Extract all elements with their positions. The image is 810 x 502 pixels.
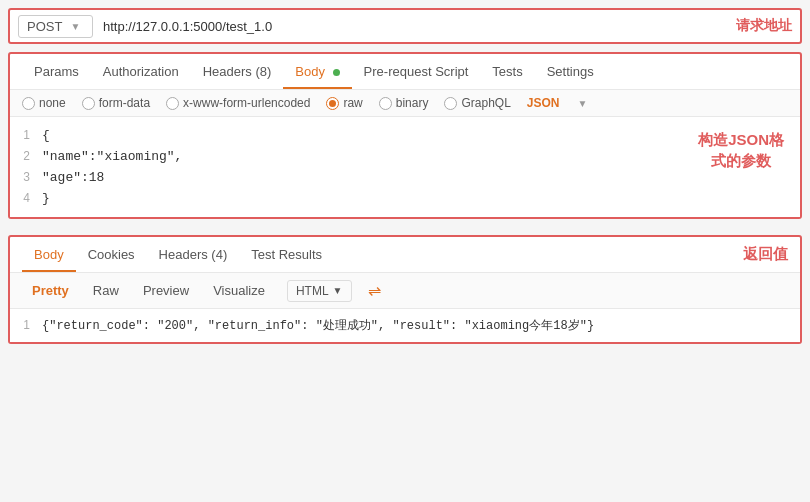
code-line-3: 3 "age":18 — [10, 167, 800, 188]
body-type-bar: none form-data x-www-form-urlencoded raw… — [10, 90, 800, 117]
response-tab-bar: Body Cookies Headers (4) Test Results 返回… — [10, 237, 800, 273]
body-type-none[interactable]: none — [22, 96, 66, 110]
line-number-2: 2 — [10, 146, 42, 166]
method-select[interactable]: POST ▼ — [18, 15, 93, 38]
json-dropdown-arrow-icon[interactable]: ▼ — [578, 98, 588, 109]
json-format-label[interactable]: JSON — [527, 96, 560, 110]
tab-body[interactable]: Body — [283, 56, 351, 89]
response-label: 返回值 — [743, 245, 788, 264]
tab-authorization[interactable]: Authorization — [91, 56, 191, 89]
method-label: POST — [27, 19, 62, 34]
code-line-4: 4 } — [10, 188, 800, 209]
format-bar: Pretty Raw Preview Visualize HTML ▼ ⇌ — [10, 273, 800, 309]
code-annotation: 构造JSON格式的参数 — [698, 129, 784, 171]
code-editor: 1 { 2 "name":"xiaoming", 3 "age":18 4 } … — [10, 117, 800, 217]
code-line-2: 2 "name":"xiaoming", — [10, 146, 800, 167]
code-line-1: 1 { — [10, 125, 800, 146]
line-number-3: 3 — [10, 167, 42, 187]
request-tab-bar: Params Authorization Headers (8) Body Pr… — [10, 54, 800, 90]
body-type-binary[interactable]: binary — [379, 96, 429, 110]
url-label: 请求地址 — [736, 17, 792, 35]
resp-line-number-1: 1 — [10, 315, 42, 335]
tab-headers[interactable]: Headers (8) — [191, 56, 284, 89]
tab-pre-request-script[interactable]: Pre-request Script — [352, 56, 481, 89]
response-section: Body Cookies Headers (4) Test Results 返回… — [8, 235, 802, 344]
format-pretty-button[interactable]: Pretty — [22, 279, 79, 302]
body-type-raw[interactable]: raw — [326, 96, 362, 110]
body-type-urlencoded[interactable]: x-www-form-urlencoded — [166, 96, 310, 110]
radio-none — [22, 97, 35, 110]
method-chevron-icon: ▼ — [70, 21, 80, 32]
code-text-3: "age":18 — [42, 168, 104, 188]
radio-graphql — [444, 97, 457, 110]
tab-settings[interactable]: Settings — [535, 56, 606, 89]
radio-urlencoded — [166, 97, 179, 110]
line-number-4: 4 — [10, 188, 42, 208]
url-bar: POST ▼ 请求地址 — [8, 8, 802, 44]
tab-params[interactable]: Params — [22, 56, 91, 89]
radio-form-data — [82, 97, 95, 110]
html-dropdown-chevron-icon: ▼ — [333, 285, 343, 296]
body-dot-indicator — [333, 69, 340, 76]
response-line-1: 1 {"return_code": "200", "return_info": … — [10, 315, 800, 336]
body-type-graphql[interactable]: GraphQL — [444, 96, 510, 110]
request-tabs-section: Params Authorization Headers (8) Body Pr… — [8, 52, 802, 219]
response-code-area: 1 {"return_code": "200", "return_info": … — [10, 309, 800, 342]
line-number-1: 1 — [10, 125, 42, 145]
code-text-2: "name":"xiaoming", — [42, 147, 182, 167]
html-type-dropdown[interactable]: HTML ▼ — [287, 280, 352, 302]
wrap-text-icon[interactable]: ⇌ — [368, 281, 381, 300]
format-preview-button[interactable]: Preview — [133, 279, 199, 302]
body-type-form-data[interactable]: form-data — [82, 96, 150, 110]
format-visualize-button[interactable]: Visualize — [203, 279, 275, 302]
code-text-1: { — [42, 126, 50, 146]
resp-tab-body[interactable]: Body — [22, 239, 76, 272]
radio-raw — [326, 97, 339, 110]
resp-line-text-1: {"return_code": "200", "return_info": "处… — [42, 316, 594, 336]
code-text-4: } — [42, 189, 50, 209]
resp-tab-test-results[interactable]: Test Results — [239, 239, 334, 272]
url-input[interactable] — [103, 19, 724, 34]
radio-binary — [379, 97, 392, 110]
resp-tab-cookies[interactable]: Cookies — [76, 239, 147, 272]
resp-tab-headers[interactable]: Headers (4) — [147, 239, 240, 272]
format-raw-button[interactable]: Raw — [83, 279, 129, 302]
tab-tests[interactable]: Tests — [480, 56, 534, 89]
